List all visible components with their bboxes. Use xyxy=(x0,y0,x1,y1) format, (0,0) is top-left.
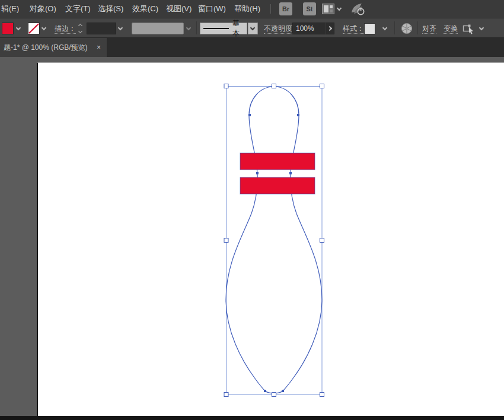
menu-help[interactable]: 帮助(H) xyxy=(234,0,260,18)
stroke-none-swatch[interactable] xyxy=(28,23,40,34)
opacity-input[interactable]: 100% xyxy=(292,23,326,34)
bridge-icon[interactable]: Br xyxy=(279,2,292,15)
fill-color-swatch[interactable] xyxy=(2,23,14,34)
anchor-point[interactable] xyxy=(256,172,259,174)
opacity-spinner-button[interactable] xyxy=(326,23,334,34)
stroke-weight-stepper[interactable] xyxy=(79,24,85,33)
menu-edit[interactable]: 辑(E) xyxy=(1,0,19,18)
chevron-down-icon[interactable] xyxy=(337,6,342,11)
menu-view[interactable]: 视图(V) xyxy=(166,0,192,18)
brush-chevron-button[interactable] xyxy=(248,23,258,34)
align-panel-link[interactable]: 对齐 xyxy=(422,18,436,39)
brush-definition-label: 基本 xyxy=(232,18,247,39)
stepper-down-icon[interactable] xyxy=(78,29,82,33)
control-bar: 描边： 基本 不透明度： 100% 样式： xyxy=(0,18,504,38)
menu-effect[interactable]: 效果(C) xyxy=(132,0,158,18)
canvas-area[interactable] xyxy=(0,57,504,420)
selection-handle[interactable] xyxy=(224,393,228,397)
selection-handle[interactable] xyxy=(272,84,276,88)
menu-window[interactable]: 窗口(W) xyxy=(198,0,226,18)
bowling-pin-path[interactable] xyxy=(226,87,322,393)
window-bottom-edge xyxy=(0,416,504,420)
document-tab[interactable]: 题-1* @ 100% (RGB/预览) × xyxy=(0,38,107,57)
controlbar-separator xyxy=(394,21,395,34)
stepper-up-icon[interactable] xyxy=(78,24,82,28)
artwork-layer xyxy=(0,57,504,420)
menubar-separator xyxy=(270,4,271,14)
menu-bar: 辑(E) 对象(O) 文字(T) 选择(S) 效果(C) 视图(V) 窗口(W)… xyxy=(0,0,504,18)
menu-object[interactable]: 对象(O) xyxy=(30,0,56,18)
isolate-object-icon[interactable] xyxy=(462,23,476,34)
selection-handle[interactable] xyxy=(224,84,228,88)
controlbar-separator xyxy=(196,21,197,34)
stock-icon[interactable]: St xyxy=(303,2,316,15)
graphic-style-swatch[interactable] xyxy=(364,23,375,34)
selection-handle[interactable] xyxy=(320,238,324,243)
profile-chevron-icon[interactable] xyxy=(186,26,191,30)
brush-definition-select[interactable]: 基本 xyxy=(200,23,247,34)
document-title: 题-1* @ 100% (RGB/预览) xyxy=(4,43,88,52)
style-label[interactable]: 样式： xyxy=(343,18,364,39)
anchor-point[interactable] xyxy=(282,390,284,392)
stroke-weight-label[interactable]: 描边： xyxy=(55,18,76,39)
document-tab-bar: 题-1* @ 100% (RGB/预览) × xyxy=(0,38,504,57)
selection-handle[interactable] xyxy=(272,393,276,397)
transform-panel-link[interactable]: 变换 xyxy=(444,18,458,39)
anchor-point[interactable] xyxy=(297,114,299,116)
menu-type[interactable]: 文字(T) xyxy=(65,0,91,18)
tab-close-icon[interactable]: × xyxy=(97,38,101,57)
workspace-switcher-icon[interactable] xyxy=(322,4,334,14)
stroke-weight-chevron-icon[interactable] xyxy=(118,26,123,30)
recolor-artwork-icon[interactable] xyxy=(401,23,413,34)
selection-bbox xyxy=(227,87,323,395)
illustrator-window: 辑(E) 对象(O) 文字(T) 选择(S) 效果(C) 视图(V) 窗口(W)… xyxy=(0,0,504,420)
fill-chevron-down-icon[interactable] xyxy=(16,26,21,30)
style-chevron-icon[interactable] xyxy=(382,26,387,30)
controlbar-separator xyxy=(417,21,418,34)
isolate-chevron-icon[interactable] xyxy=(479,26,484,30)
anchor-point[interactable] xyxy=(289,172,292,174)
variable-width-profile-select[interactable] xyxy=(132,23,184,34)
anchor-point[interactable] xyxy=(264,390,266,392)
gpu-performance-icon[interactable] xyxy=(350,2,365,17)
stroke-chevron-down-icon[interactable] xyxy=(42,26,46,30)
selection-handle[interactable] xyxy=(320,84,324,88)
menu-select[interactable]: 选择(S) xyxy=(98,0,123,18)
stripe-rect-top[interactable] xyxy=(240,153,315,170)
selection-handle[interactable] xyxy=(224,238,228,243)
anchor-point[interactable] xyxy=(248,114,251,116)
stripe-rect-bottom[interactable] xyxy=(240,177,315,194)
selection-handle[interactable] xyxy=(320,393,324,397)
brush-stroke-preview xyxy=(203,28,229,29)
stroke-weight-input[interactable] xyxy=(87,23,116,34)
selection-handles xyxy=(224,84,324,397)
